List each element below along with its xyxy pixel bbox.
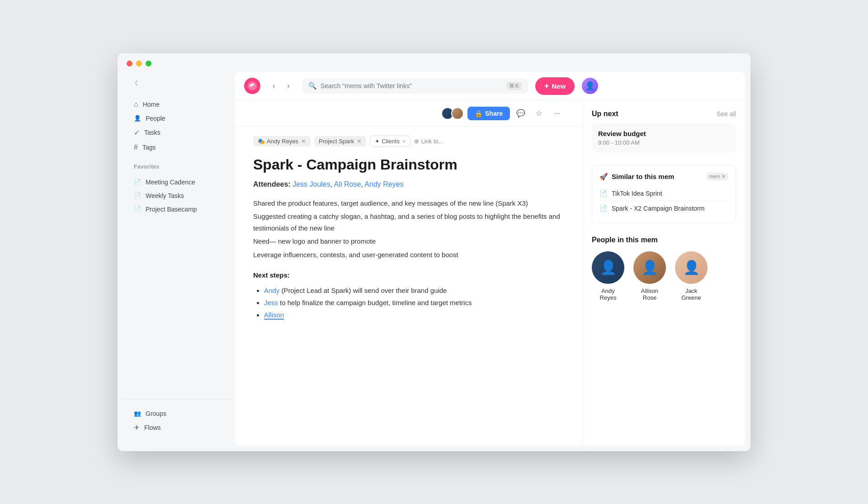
more-options-button[interactable]: ··· [550, 106, 564, 121]
tag-andy-reyes[interactable]: 🎭 Andy Reyes ✕ [253, 136, 311, 146]
collaborator-avatar-2 [451, 107, 464, 120]
sidebar-item-home-label: Home [143, 101, 160, 108]
minimize-button[interactable] [136, 61, 142, 66]
sidebar-nav: ⌂ Home 👤 People ✓ Tasks # Tags [123, 94, 231, 158]
nav-forward-button[interactable]: › [282, 80, 295, 92]
sidebar-item-tags-label: Tags [142, 144, 156, 151]
sidebar-item-project-basecamp-label: Project Basecamp [146, 206, 197, 213]
similar-item-2[interactable]: 📄 Spark - X2 Campaign Brainstorm [599, 201, 728, 216]
sidebar-item-home[interactable]: ⌂ Home [128, 97, 226, 112]
tag-clients[interactable]: ✦ Clients + [370, 136, 410, 147]
sidebar-item-flows-label: Flows [144, 424, 161, 431]
star-button[interactable]: ☆ [532, 106, 546, 121]
content-area: ‹ › 🔍 ⌘ K + New 👤 [235, 72, 745, 446]
similar-header: 🚀 Similar to this mem mem ✕ [599, 173, 728, 181]
star-icon: ☆ [536, 109, 542, 118]
next-step-2: Jess to help finalize the campaign budge… [264, 297, 564, 309]
people-section: People in this mem 👤 AndyReyes 👤 [592, 236, 736, 301]
similar-item-2-text: Spark - X2 Campaign Brainstorm [612, 205, 704, 212]
document-title: Spark - Campaign Brainstorm [253, 156, 564, 173]
next-step-2-link[interactable]: Jess [264, 299, 278, 306]
person-avatar-allison: 👤 [633, 251, 666, 284]
sidebar-item-project-basecamp[interactable]: 📄 Project Basecamp [128, 203, 226, 216]
person-andy-reyes[interactable]: 👤 AndyReyes [592, 251, 624, 301]
next-step-3: Allison [264, 309, 564, 321]
lock-icon: 🔒 [475, 110, 482, 117]
up-next-section: Up next See all Review budget 9:00 - 10:… [592, 110, 736, 152]
share-button-label: Share [485, 110, 503, 117]
share-button[interactable]: 🔒 Share [467, 107, 510, 120]
link-icon: ⊕ [414, 138, 419, 145]
person-icon: 👤 [134, 115, 141, 122]
doc-icon-3: 📄 [134, 206, 141, 212]
sidebar: 《 ⌂ Home 👤 People ✓ Tasks # Tags [123, 72, 231, 446]
mem-badge: mem ✕ [707, 173, 729, 180]
next-step-1-link[interactable]: Andy [264, 287, 279, 294]
sidebar-item-people-label: People [146, 115, 165, 122]
attendee-andy[interactable]: Andy Reyes [364, 180, 403, 188]
tag-project-spark[interactable]: Project Spark ✕ [314, 136, 366, 146]
sidebar-item-people[interactable]: 👤 People [128, 112, 226, 125]
doc-icon: 📄 [134, 179, 141, 185]
person-jack-greene[interactable]: 👤 JackGreene [675, 251, 708, 301]
sidebar-item-meeting-cadence[interactable]: 📄 Meeting Cadence [128, 175, 226, 189]
sidebar-item-groups[interactable]: 👥 Groups [128, 407, 226, 420]
maximize-button[interactable] [146, 61, 151, 66]
sidebar-item-weekly-tasks-label: Weekly Tasks [146, 192, 184, 199]
tag-spark-label: Project Spark [319, 138, 354, 145]
person-avatar-andy: 👤 [592, 251, 624, 284]
doc-main: 🎭 Andy Reyes ✕ Project Spark ✕ ✦ Clients [235, 127, 582, 446]
search-icon: 🔍 [308, 82, 317, 90]
attendee-jess[interactable]: Jess Joules [292, 180, 330, 188]
similar-item-1[interactable]: 📄 TikTok Idea Sprint [599, 186, 728, 201]
user-avatar[interactable]: 👤 [582, 78, 598, 94]
similar-section: 🚀 Similar to this mem mem ✕ 📄 TikTok Ide… [592, 165, 736, 223]
similar-item-1-text: TikTok Idea Sprint [612, 190, 662, 197]
nav-back-button[interactable]: ‹ [268, 80, 280, 92]
tag-spark-remove[interactable]: ✕ [357, 138, 362, 145]
similar-title-row: 🚀 Similar to this mem [599, 173, 674, 181]
link-to-button[interactable]: ⊕ Link to... [414, 138, 443, 145]
app-body: 《 ⌂ Home 👤 People ✓ Tasks # Tags [118, 66, 750, 451]
attendee-ali[interactable]: Ali Rose [334, 180, 361, 188]
search-bar[interactable]: 🔍 ⌘ K [302, 78, 528, 94]
tag-andy-remove[interactable]: ✕ [301, 138, 306, 145]
similar-title: Similar to this mem [612, 173, 674, 180]
tag-andy-icon: 🎭 [258, 138, 265, 145]
search-input[interactable] [321, 82, 503, 89]
sidebar-item-weekly-tasks[interactable]: 📄 Weekly Tasks [128, 189, 226, 203]
sidebar-item-tasks-label: Tasks [144, 129, 160, 136]
body-line-4: Leverage influencers, contests, and user… [253, 249, 564, 261]
traffic-lights [127, 61, 151, 66]
attendees-label: Attendees: [253, 180, 291, 188]
new-button[interactable]: + New [535, 77, 575, 95]
close-button[interactable] [127, 61, 132, 66]
home-icon: ⌂ [134, 100, 138, 108]
plus-icon: + [544, 81, 549, 91]
sidebar-item-flows[interactable]: ✈ Flows [128, 420, 226, 435]
sidebar-item-tasks[interactable]: ✓ Tasks [128, 125, 226, 140]
up-next-item-title: Review budget [598, 130, 730, 137]
topbar: ‹ › 🔍 ⌘ K + New 👤 [235, 72, 745, 101]
up-next-title: Up next [592, 110, 618, 118]
up-next-item[interactable]: Review budget 9:00 - 10:00 AM [592, 123, 736, 152]
person-allison-rose[interactable]: 👤 AllisonRose [633, 251, 666, 301]
people-title: People in this mem [592, 236, 736, 244]
people-avatars: 👤 AndyReyes 👤 AllisonRose [592, 251, 736, 301]
next-steps-list: Andy (Project Lead at Spark) will send o… [253, 284, 564, 321]
search-shortcut: ⌘ K [506, 82, 522, 90]
doc-icon-similar-2: 📄 [599, 205, 607, 212]
comment-button[interactable]: 💬 [514, 106, 528, 121]
app-window: 《 ⌂ Home 👤 People ✓ Tasks # Tags [118, 53, 750, 451]
link-to-label: Link to... [421, 138, 443, 145]
sidebar-item-tags[interactable]: # Tags [128, 140, 226, 155]
see-all-link[interactable]: See all [717, 110, 736, 118]
tag-clients-add[interactable]: + [402, 138, 406, 145]
doc-icon-2: 📄 [134, 192, 141, 199]
sidebar-item-groups-label: Groups [146, 410, 166, 417]
tag-andy-label: Andy Reyes [267, 138, 298, 145]
attendees-line: Attendees: Jess Joules, Ali Rose, Andy R… [253, 180, 564, 188]
collapse-sidebar-button[interactable]: 《 [128, 77, 141, 90]
favorites-label: Favorites [123, 158, 231, 172]
next-step-3-link[interactable]: Allison [264, 311, 284, 320]
